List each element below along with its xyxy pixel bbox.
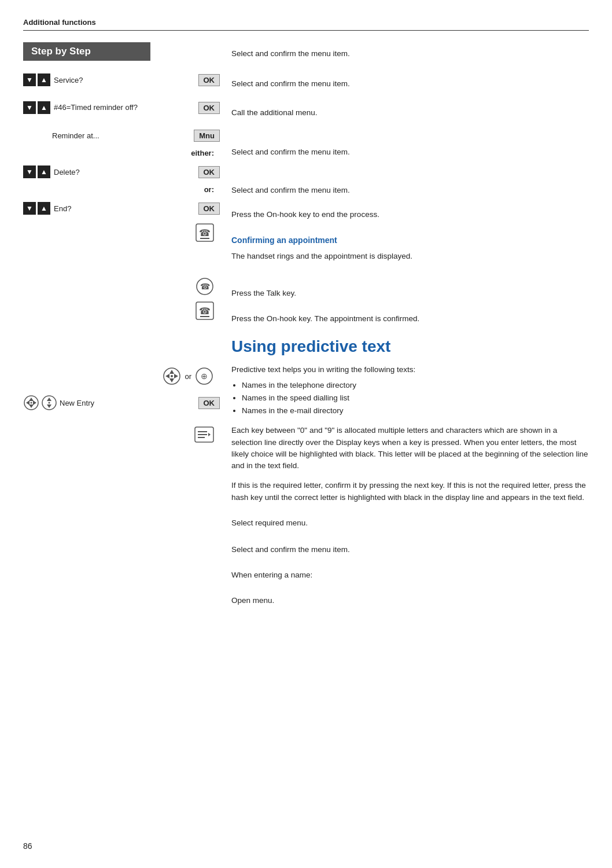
page-number: 86 [23,841,32,851]
on-hook-icon-row2: ☎ [23,301,220,320]
on-hook-description: Press the On-hook key to end the process… [231,208,379,220]
delete-description: Select and confirm the menu item. [231,145,350,158]
service-description: Select and confirm the menu item. [231,47,350,60]
page-header: Additional functions [23,17,589,31]
svg-point-21 [31,402,32,404]
svg-marker-9 [169,370,174,374]
timed-reminder-description: Select and confirm the menu item. [231,77,350,90]
step-row-service: ▼ ▲ Service? OK [23,70,220,90]
on-hook-icon-row1: ☎ [23,223,220,242]
talk-key-icon-row: ☎ [23,277,220,296]
nav-circle-icon [162,366,182,386]
predictive-para1: Each key between "0" and "9" is allocate… [231,424,589,472]
open-menu-desc-row: Open menu. [231,590,589,610]
svg-marker-20 [33,400,36,405]
svg-marker-24 [47,404,51,408]
predictive-bullets-list: Names in the telephone directory Names i… [242,378,589,417]
delete-desc-row: Select and confirm the menu item. [231,142,589,161]
or-label: or: [23,185,220,194]
bullet-1: Names in the telephone directory [242,378,589,391]
svg-marker-12 [174,374,178,378]
service-desc-row: Select and confirm the menu item. [231,42,589,64]
new-entry-ok-button[interactable]: OK [198,397,220,409]
open-menu-description: Open menu. [231,594,274,606]
svg-marker-11 [165,374,169,378]
svg-text:⊕: ⊕ [201,372,208,381]
delete-ok-button[interactable]: OK [198,166,220,178]
confirming-title: Confirming an appointment [231,236,589,245]
reminder-at-description: Call the additional menu. [231,106,318,119]
new-entry-nav-icons [23,395,57,411]
left-column: Step by Step ▼ ▲ Service? OK ▼ ▲ #46=Tim… [23,42,220,616]
reminder-mnu-button[interactable]: Mnu [194,130,220,142]
down-arrow-icon2: ▼ [23,101,36,114]
predictive-intro: Predictive text helps you in writing the… [231,363,589,376]
svg-text:☎: ☎ [199,306,211,316]
nav-arrows-end: ▼ ▲ [23,202,50,215]
timed-reminder-ok-button[interactable]: OK [198,102,220,114]
up-arrow-icon4: ▲ [38,202,50,215]
service-ok-button[interactable]: OK [198,74,220,86]
up-arrow-icon2: ▲ [38,101,50,114]
up-arrow-icon3: ▲ [38,165,50,178]
delete-label: Delete? [54,168,195,176]
nav-arrows-delete: ▼ ▲ [23,165,50,178]
down-arrow-icon4: ▼ [23,202,36,215]
nav-arrows-service: ▼ ▲ [23,73,50,86]
svg-marker-23 [47,398,51,401]
up-arrow-icon: ▲ [38,73,50,86]
on-hook-desc2-row: Press the On-hook key. The appointment i… [231,308,589,328]
svg-marker-19 [26,400,30,405]
predictive-title: Using predictive text [231,337,589,356]
svg-marker-30 [208,433,211,436]
confirming-intro: The handset rings and the appointment is… [231,249,589,262]
select-menu-desc-row: Select required menu. [231,513,589,532]
select-menu-icons: or ⊕ [23,366,220,386]
right-column: Select and confirm the menu item. Select… [220,42,589,616]
end-label: End? [54,204,195,213]
end-desc-row: Select and confirm the menu item. [231,180,589,200]
step-by-step-header: Step by Step [23,42,150,61]
new-entry-description: Select and confirm the menu item. [231,543,350,556]
down-arrow-icon3: ▼ [23,165,36,178]
timed-reminder-label: #46=Timed reminder off? [54,103,195,113]
step-row-delete: ▼ ▲ Delete? OK [23,162,220,182]
or-text: or [185,372,191,381]
new-entry-nav-icon2 [41,395,57,411]
entering-name-description: When entering a name: [231,568,312,581]
step-by-step-label: Step by Step [31,46,91,57]
end-description: Select and confirm the menu item. [231,183,350,196]
talk-key-icon: ☎ [196,277,214,296]
svg-marker-17 [29,398,34,401]
bullet-3: Names in the e-mail directory [242,404,589,417]
bullet-2: Names in the speed dialling list [242,391,589,404]
svg-text:☎: ☎ [199,228,211,238]
step-row-end: ▼ ▲ End? OK [23,198,220,218]
on-hook-icon: ☎ [196,223,214,242]
svg-marker-10 [169,378,174,382]
header-title: Additional functions [23,18,96,27]
timed-reminder-desc-row: Select and confirm the menu item. [231,72,589,94]
step-row-new-entry: New Entry OK [23,393,220,413]
either-spacer [231,126,589,142]
on-hook-icon2: ☎ [196,301,214,320]
talk-key-description: Press the Talk key. [231,286,296,299]
svg-marker-18 [29,404,34,408]
option-circle-icon: ⊕ [194,366,214,386]
svg-point-25 [49,402,50,404]
service-label: Service? [54,76,195,84]
on-hook-desc-row: Press the On-hook key to end the process… [231,204,589,224]
nav-arrows-timed: ▼ ▲ [23,101,50,114]
end-ok-button[interactable]: OK [198,203,220,215]
reminder-at-label: Reminder at... [52,131,190,140]
talk-key-desc-row: Press the Talk key. [231,283,589,303]
open-menu-icon [194,426,214,443]
step-row-reminder-at: Reminder at... Mnu [23,126,220,145]
open-menu-icon-row [23,426,220,443]
select-menu-description: Select required menu. [231,516,308,529]
either-label: either: [23,149,220,157]
new-entry-desc-row: Select and confirm the menu item. [231,539,589,559]
entering-name-desc-row: When entering a name: [231,565,589,584]
new-entry-label: New Entry [60,399,195,407]
on-hook-description2: Press the On-hook key. The appointment i… [231,312,419,325]
